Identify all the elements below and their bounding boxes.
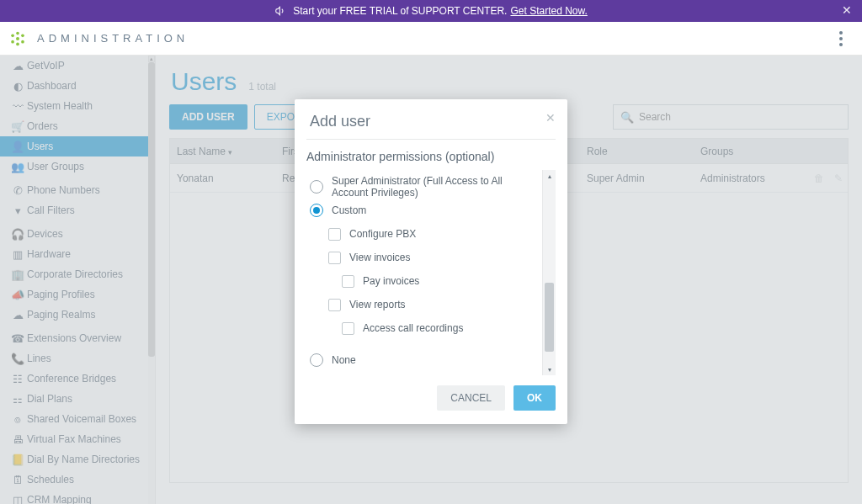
cancel-button[interactable]: CANCEL — [437, 385, 505, 411]
modal-title: Add user — [310, 113, 552, 130]
radio-icon — [310, 353, 323, 367]
header-more-button[interactable] — [828, 31, 854, 46]
checkbox-icon — [342, 322, 354, 335]
modal-close-button[interactable]: ✕ — [545, 111, 556, 125]
modal-scrollbar[interactable]: ▴ ▾ — [542, 170, 556, 375]
modal-backdrop: Add user ✕ Administrator permissions (op… — [0, 56, 862, 504]
add-user-modal: Add user ✕ Administrator permissions (op… — [295, 99, 567, 424]
permission-view-reports[interactable]: View reports — [310, 293, 537, 316]
permission-view-invoices[interactable]: View invoices — [310, 246, 537, 269]
checkbox-icon — [328, 228, 341, 241]
svg-point-4 — [21, 34, 24, 37]
checkbox-icon — [328, 299, 341, 311]
ok-button[interactable]: OK — [513, 385, 556, 411]
radio-icon — [310, 204, 323, 217]
permission-configure-pbx[interactable]: Configure PBX — [310, 222, 537, 246]
permission-option-custom[interactable]: Custom — [310, 199, 537, 222]
promo-close-button[interactable]: ✕ — [842, 3, 852, 17]
permission-access-recordings[interactable]: Access call recordings — [310, 316, 537, 340]
checkbox-icon — [328, 252, 341, 264]
permission-option-super[interactable]: Super Administrator (Full Access to All … — [310, 175, 537, 199]
promo-text: Start your FREE TRIAL of SUPPORT CENTER. — [293, 5, 507, 17]
scroll-up-icon[interactable]: ▴ — [543, 170, 556, 182]
app-header: ADMINISTRATION — [0, 22, 862, 56]
checkbox-icon — [342, 275, 354, 288]
radio-icon — [310, 180, 323, 194]
logo-icon — [8, 29, 27, 48]
svg-point-0 — [16, 36, 19, 40]
megaphone-icon — [274, 5, 286, 17]
svg-point-3 — [11, 34, 14, 37]
svg-point-1 — [16, 31, 19, 34]
promo-link[interactable]: Get Started Now. — [510, 5, 587, 17]
permission-option-none[interactable]: None — [310, 348, 537, 372]
svg-point-5 — [11, 40, 14, 43]
svg-point-6 — [21, 40, 24, 43]
svg-point-2 — [16, 42, 19, 45]
scroll-down-icon[interactable]: ▾ — [543, 363, 556, 375]
modal-section-title: Administrator permissions (optional) — [306, 150, 494, 163]
promo-banner: Start your FREE TRIAL of SUPPORT CENTER.… — [0, 0, 862, 22]
permission-pay-invoices[interactable]: Pay invoices — [310, 269, 537, 293]
header-title: ADMINISTRATION — [37, 32, 189, 45]
